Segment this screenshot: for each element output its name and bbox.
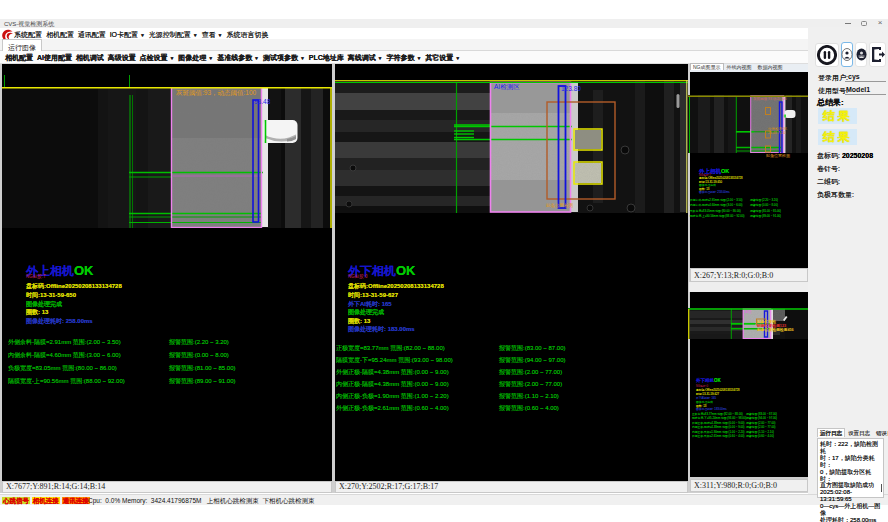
svg-text:93.48: 93.48 bbox=[254, 98, 271, 105]
svg-text:贴条位置检测检测456: 贴条位置检测检测456 bbox=[756, 327, 794, 332]
svg-text:灰斑阈值:93，动态阈值:100: 灰斑阈值:93，动态阈值:100 bbox=[176, 89, 257, 97]
svg-text:123.80: 123.80 bbox=[561, 85, 581, 92]
svg-text:灰斑阈值:93 动态:100: 灰斑阈值:93 动态:100 bbox=[753, 96, 787, 101]
svg-text:AI检测区: AI检测区 bbox=[494, 83, 520, 91]
svg-text:AI区: AI区 bbox=[745, 310, 752, 314]
svg-text:贴条位置检测: 贴条位置检测 bbox=[546, 202, 574, 208]
svg-text:23.48 7.1 0: 23.48 7.1 0 bbox=[768, 131, 786, 135]
